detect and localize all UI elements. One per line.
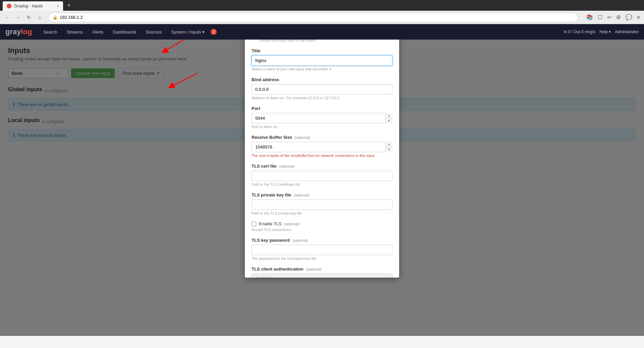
enable-tls-field-group: Enable TLS (optional) Accept TLS connect… [252,221,392,232]
page-content: Inputs Graylog nodes accept data via inp… [0,40,644,336]
nav-search[interactable]: Search [39,24,62,40]
modal-body: Global Should this input start on all no… [245,40,399,278]
annotation-arrow2 [164,70,205,90]
tls-key-field-group: TLS private key file (optional) Path to … [252,192,392,215]
tls-key-label: TLS private key file (optional) [252,192,392,197]
home-button[interactable]: ⌂ [35,13,44,22]
launch-input-modal: Launch new Beats input × Global Should t… [245,40,399,278]
receive-buffer-input-wrapper: ▲ ▼ [252,142,392,152]
tls-key-input[interactable] [252,199,392,210]
port-help: Port to listen on. [252,125,392,129]
active-tab[interactable]: Graylog - Inputs × [3,1,63,11]
nav-dashboards[interactable]: Dashboards [108,24,141,40]
receive-buffer-decrement[interactable]: ▼ [386,147,392,152]
tab-title: Graylog - Inputs [14,4,43,8]
browser-menu-icons: 📚 ☐ ↩ ⚙ 💬 ≡ [585,13,641,22]
nav-right: In 0 / Out 0 msg/s Help ▾ Administrator [564,30,639,34]
annotation-arrow1 [138,40,205,61]
port-input-wrapper: ▲ ▼ [252,113,392,123]
logo-gray: gray [5,27,21,36]
new-tab-button[interactable]: + [64,1,74,10]
bind-address-field-group: Bind address Address to listen on. For e… [252,77,392,100]
tab-favicon [7,4,11,8]
enable-tls-label[interactable]: Enable TLS (optional) [259,221,300,226]
tls-key-password-label: TLS key password (optional) [252,238,392,243]
traffic-status: In 0 / Out 0 msg/s [564,30,596,34]
nav-alerts[interactable]: Alerts [88,24,108,40]
tls-client-auth-select[interactable]: disabled optional required [252,274,392,278]
tab-bar: Graylog - Inputs × + [0,0,644,11]
help-link[interactable]: Help ▾ [599,30,611,34]
port-spinner: ▲ ▼ [385,113,392,123]
tls-key-password-field-group: TLS key password (optional) The password… [252,238,392,260]
window-icon[interactable]: ☐ [596,13,604,22]
browser-controls: ← → ↻ ⌂ 🔒 📚 ☐ ↩ ⚙ 💬 ≡ [0,11,644,24]
nav-system-inputs[interactable]: System / Inputs ▾ [166,24,209,40]
bookmarks-icon[interactable]: 📚 [585,13,594,22]
global-field-group: Global Should this input start on all no… [252,40,392,42]
port-input[interactable] [252,113,392,123]
chat-icon[interactable]: 💬 [624,13,634,22]
history-icon[interactable]: ↩ [606,13,613,22]
tls-key-password-help: The password for the encrypted key file. [252,256,392,260]
receive-buffer-increment[interactable]: ▲ [386,142,392,147]
user-menu[interactable]: Administrator [615,30,639,34]
address-bar: 🔒 [48,13,578,22]
receive-buffer-spinner: ▲ ▼ [385,142,392,152]
app-container: graylog Search Streams Alerts Dashboards… [0,24,644,336]
nav-streams[interactable]: Streams [62,24,88,40]
bind-address-help: Address to listen on. For example 0.0.0.… [252,96,392,100]
title-help: Select a name of your new input that des… [252,67,392,71]
tab-close-button[interactable]: × [57,4,59,8]
nav-badge: 2 [211,29,217,35]
logo: graylog [5,27,32,36]
logo-log: log [21,27,32,36]
receive-buffer-help: The size in bytes of the recvBufferSize … [252,154,392,158]
bind-address-input[interactable] [252,84,392,95]
modal-overlay: Launch new Beats input × Global Should t… [0,40,644,336]
bind-address-label: Bind address [252,77,392,82]
tls-client-auth-label: TLS client authentication (optional) [252,267,392,272]
settings-icon[interactable]: ⚙ [615,13,622,22]
tls-cert-input[interactable] [252,171,392,181]
port-increment[interactable]: ▲ [386,113,392,118]
tls-cert-label: TLS cert file (optional) [252,164,392,169]
address-input[interactable] [60,15,574,20]
receive-buffer-field-group: Receive Buffer Size (optional) ▲ ▼ The s… [252,135,392,158]
port-decrement[interactable]: ▼ [386,118,392,123]
receive-buffer-input[interactable] [252,142,392,152]
receive-buffer-label: Receive Buffer Size (optional) [252,135,392,140]
enable-tls-help: Accept TLS connections [252,228,392,232]
enable-tls-checkbox[interactable] [252,222,256,226]
tls-client-auth-field-group: TLS client authentication (optional) dis… [252,267,392,278]
nav-sources[interactable]: Sources [141,24,166,40]
tls-cert-field-group: TLS cert file (optional) Path to the TLS… [252,164,392,186]
tls-key-help: Path to the TLS private key file [252,211,392,215]
lock-icon: 🔒 [53,15,58,20]
forward-button[interactable]: → [13,13,23,22]
port-label: Port [252,106,392,111]
title-label: Title [252,48,392,53]
global-check-help: Should this input start on all nodes [259,40,392,42]
enable-tls-checkbox-group: Enable TLS (optional) [252,221,392,226]
refresh-button[interactable]: ↻ [24,13,34,22]
menu-icon[interactable]: ≡ [636,13,641,22]
annotation-container2 [164,70,205,91]
tls-key-password-input[interactable] [252,245,392,255]
tls-cert-help: Path to the TLS certificate file [252,182,392,186]
port-field-group: Port ▲ ▼ Port to listen on. [252,106,392,129]
top-nav: graylog Search Streams Alerts Dashboards… [0,24,644,40]
title-field-group: Title Select a name of your new input th… [252,48,392,71]
title-input[interactable] [252,55,392,66]
back-button[interactable]: ← [3,13,12,22]
